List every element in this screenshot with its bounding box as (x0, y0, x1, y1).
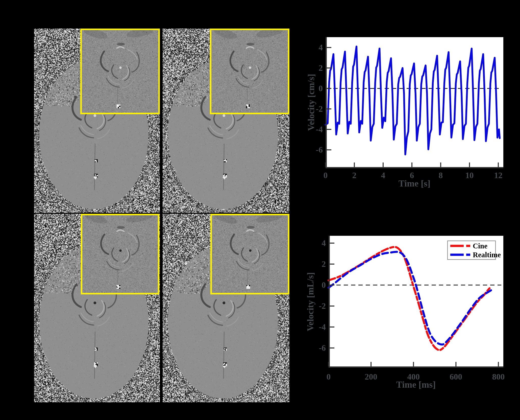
figure-canvas: 420-2-4-6024681012Time [s]Velocity [cm/s… (0, 0, 520, 420)
x-axis-spine (329, 366, 503, 368)
x-axis-label: Time [s] (399, 178, 430, 189)
x-tick-label: 0 (324, 171, 328, 180)
x-tick-label: 800 (492, 372, 505, 381)
series-Realtime (329, 252, 491, 345)
series-Cine (329, 247, 491, 350)
mri-panel-bottom-left (34, 214, 160, 402)
y-tick-label: -4 (316, 125, 323, 134)
mri-inset-image (211, 30, 288, 113)
y-tick-label: 4 (319, 43, 323, 52)
x-tick-label: 12 (494, 171, 503, 180)
y-tick-label: 2 (319, 63, 323, 73)
y-tick-label: -2 (316, 104, 323, 113)
x-tick-label: 6 (410, 171, 414, 180)
y-tick-label: 4 (322, 239, 326, 248)
legend-label-Cine: Cine (473, 242, 487, 250)
mri-inset-image (82, 215, 158, 293)
mri-inset-image (82, 30, 158, 113)
flow-comparison-plot: 420-2-4-60200400600800Time [ms]Velocity … (305, 236, 505, 390)
y-axis-spine (329, 236, 330, 368)
x-axis-spine (326, 167, 503, 168)
x-tick-label: 200 (365, 372, 377, 381)
y-tick-label: 2 (322, 260, 326, 269)
legend-label-Realtime: Realtime (473, 251, 501, 259)
x-tick-label: 600 (450, 372, 462, 381)
y-tick-label: 0 (319, 84, 323, 93)
mri-zoom-inset (210, 29, 289, 114)
y-tick-label: -2 (319, 301, 326, 311)
y-tick-label: -6 (319, 343, 326, 353)
mri-panel-bottom-right (163, 214, 289, 402)
y-tick-label: 0 (322, 281, 326, 290)
mri-zoom-inset (81, 214, 159, 294)
velocity-time-plot: 420-2-4-6024681012Time [s]Velocity [cm/s… (306, 37, 503, 189)
legend-box (448, 241, 496, 260)
mri-panel-top-right (163, 29, 289, 213)
mri-inset-image (212, 215, 288, 293)
x-tick-label: 400 (407, 372, 420, 381)
mri-zoom-inset (210, 214, 289, 294)
y-tick-label: -6 (316, 145, 323, 154)
plot-area (329, 236, 503, 368)
y-axis-label: Velocity [mL/s] (305, 272, 315, 331)
x-tick-label: 10 (465, 171, 474, 180)
x-tick-label: 4 (381, 171, 385, 180)
x-axis-label: Time [ms] (396, 380, 436, 390)
series-realtime-velocity (326, 46, 500, 154)
mri-panel-top-left (34, 29, 160, 213)
x-tick-label: 2 (352, 171, 357, 180)
y-tick-label: -4 (319, 322, 326, 332)
legend: CineRealtime (448, 241, 501, 260)
y-axis-spine (326, 37, 327, 168)
plot-area (326, 37, 503, 168)
y-axis-label: Velocity [cm/s] (306, 74, 316, 131)
mri-zoom-inset (80, 29, 160, 114)
x-tick-label: 8 (439, 171, 443, 180)
x-tick-label: 0 (327, 372, 331, 381)
